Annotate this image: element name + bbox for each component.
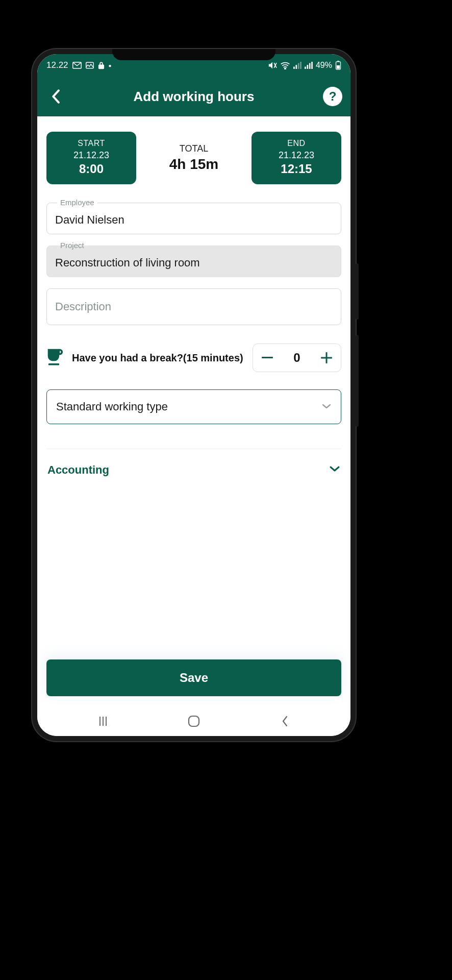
- svg-rect-15: [262, 357, 273, 358]
- svg-rect-13: [337, 65, 340, 69]
- end-time-card[interactable]: END 21.12.23 12:15: [252, 132, 341, 184]
- home-button[interactable]: [179, 711, 209, 731]
- start-label: START: [52, 139, 131, 148]
- save-label: Save: [180, 671, 208, 684]
- decrement-button[interactable]: [253, 344, 282, 372]
- nav-back-button[interactable]: [269, 711, 300, 731]
- svg-rect-17: [326, 352, 328, 363]
- battery-pct: 49%: [316, 61, 332, 70]
- app-header: Add working hours ?: [37, 77, 350, 116]
- working-type-value: Standard working type: [56, 400, 168, 413]
- status-time: 12.22: [46, 60, 68, 70]
- project-field[interactable]: Project Reconstruction of living room: [46, 246, 341, 277]
- svg-rect-14: [48, 363, 59, 365]
- system-nav-bar: [37, 706, 350, 736]
- svg-rect-10: [311, 62, 313, 69]
- page-title: Add working hours: [134, 89, 255, 105]
- back-button[interactable]: [45, 86, 66, 107]
- increment-button[interactable]: [312, 344, 341, 372]
- lock-icon: [98, 61, 105, 69]
- end-label: END: [257, 139, 336, 148]
- battery-icon: [335, 61, 341, 70]
- svg-rect-21: [189, 716, 199, 726]
- chevron-down-icon: [329, 465, 340, 475]
- total-value: 4h 15m: [140, 156, 247, 173]
- divider: [46, 449, 341, 449]
- end-time: 12:15: [257, 162, 336, 176]
- gmail-icon: [72, 62, 82, 69]
- working-type-dropdown[interactable]: Standard working type: [46, 389, 341, 424]
- break-stepper: 0: [253, 344, 341, 372]
- employee-value: David Nielsen: [55, 213, 333, 227]
- image-icon: [86, 62, 94, 69]
- signal-icon-2: [305, 62, 313, 69]
- description-field[interactable]: Description: [46, 288, 341, 325]
- wifi-icon: [280, 61, 290, 69]
- accounting-section[interactable]: Accounting: [46, 461, 341, 479]
- start-date: 21.12.23: [52, 150, 131, 161]
- svg-point-2: [285, 68, 286, 69]
- total-block: TOTAL 4h 15m: [140, 143, 247, 173]
- question-icon: ?: [329, 89, 337, 104]
- recents-button[interactable]: [88, 711, 118, 731]
- save-button[interactable]: Save: [46, 659, 341, 696]
- start-time: 8:00: [52, 162, 131, 176]
- svg-rect-6: [300, 62, 302, 69]
- project-value: Reconstruction of living room: [55, 256, 333, 270]
- end-date: 21.12.23: [257, 150, 336, 161]
- svg-rect-9: [309, 63, 311, 69]
- dot-icon: ●: [109, 63, 112, 68]
- total-label: TOTAL: [140, 143, 247, 154]
- svg-rect-4: [295, 65, 297, 69]
- employee-field[interactable]: Employee David Nielsen: [46, 203, 341, 234]
- chevron-down-icon: [321, 402, 332, 411]
- project-label: Project: [57, 241, 87, 250]
- break-count: 0: [282, 351, 312, 365]
- svg-rect-8: [307, 65, 308, 69]
- coffee-icon: [46, 347, 65, 369]
- svg-rect-5: [298, 63, 299, 69]
- svg-rect-3: [293, 67, 295, 69]
- accounting-title: Accounting: [47, 463, 109, 477]
- start-time-card[interactable]: START 21.12.23 8:00: [46, 132, 136, 184]
- break-question: Have you had a break?(15 minutes): [72, 351, 245, 365]
- employee-label: Employee: [57, 198, 97, 207]
- description-placeholder: Description: [55, 300, 333, 313]
- help-button[interactable]: ?: [323, 87, 342, 106]
- signal-icon-1: [293, 62, 302, 69]
- svg-rect-7: [305, 67, 306, 69]
- svg-rect-12: [337, 61, 339, 62]
- mute-icon: [268, 61, 277, 69]
